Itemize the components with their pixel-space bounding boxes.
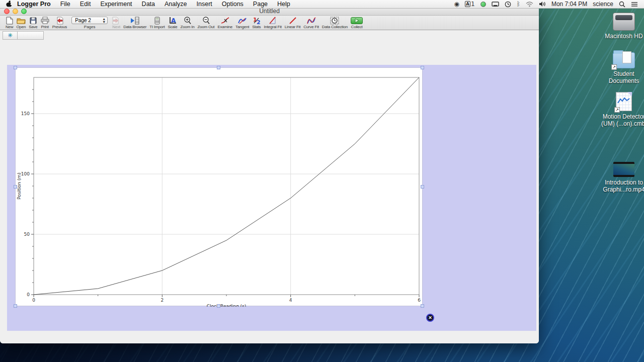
wifi-icon[interactable] [526,2,533,7]
next-page-button[interactable]: Next [112,16,120,29]
x-tick-label: 6 [418,298,421,303]
menu-logger-pro[interactable]: Logger Pro [17,1,51,8]
integral-fit-icon [269,16,277,25]
record-icon[interactable]: ◉ [454,1,459,8]
desktop-icon-macintosh-hd[interactable]: Macintosh HD [600,13,644,40]
apple-menu[interactable] [0,1,17,8]
desktop-icon-label: Macintosh HD [605,33,642,40]
resize-handle-bottom-center[interactable] [217,304,220,308]
menu-experiment[interactable]: Experiment [100,1,132,8]
position-time-graph[interactable]: 0246050100150Clock Reading (s)Position (… [15,67,423,306]
examine-button[interactable]: Examine [217,16,232,29]
resize-handle-top-right[interactable] [421,66,424,69]
resize-handle-mid-left[interactable] [14,185,17,189]
pages-dropdown[interactable]: Page 2 ▲▼ [71,17,108,24]
desktop-icon-label: Student Documents [600,70,644,84]
new-button[interactable]: New [6,16,13,29]
resize-handle-mid-right[interactable] [421,185,424,189]
menu-items: Logger Pro File Edit Experiment Data Ana… [17,1,290,8]
hard-drive-icon [613,13,635,31]
airplay-display-icon[interactable] [492,2,499,7]
time-machine-clock-icon[interactable] [505,1,511,8]
integral-fit-button[interactable]: Integral Fit [264,16,281,29]
plot-frame [34,77,419,295]
alias-arrow-icon: ↗ [611,64,617,70]
green-status-icon[interactable] [480,2,486,7]
x-tick-label: 0 [32,298,35,303]
y-tick-label: 150 [21,111,30,116]
pages-group: Page 2 ▲▼ Pages [71,16,108,29]
collect-play-icon [351,16,363,25]
menu-options[interactable]: Options [222,1,244,8]
menu-page[interactable]: Page [253,1,268,8]
menu-file[interactable]: File [60,1,70,8]
menu-user[interactable]: science [593,1,613,8]
folder-icon: ↗ [613,52,635,68]
menu-clock[interactable]: Mon 7:04 PM [551,1,587,8]
volume-icon[interactable] [539,1,546,7]
resize-handle-bottom-left[interactable] [14,304,17,308]
input-source-icon[interactable]: A 1 [465,1,475,8]
menu-help[interactable]: Help [277,1,290,8]
window-title: Untitled [0,8,539,15]
desktop-icon-intro-video[interactable]: Introduction to Graphi...ro.mp4 [600,162,644,193]
apple-logo-icon [6,1,12,8]
data-collection-clock-icon [330,16,339,25]
stats-icon: 12 [253,16,260,25]
next-page-icon [112,16,120,25]
x-tick-label: 2 [160,298,164,303]
document-page[interactable]: 0246050100150Clock Reading (s)Position (… [7,65,536,331]
menu-data[interactable]: Data [142,1,155,8]
desktop-icon-label: Motion Detector (UM) (...on).cmbl [600,113,644,127]
y-tick-label: 100 [21,171,30,176]
examine-icon [221,16,229,25]
resize-handle-top-left[interactable] [14,66,17,69]
zoom-out-button[interactable]: Zoom Out [197,16,214,29]
ti-import-button[interactable]: TI Import [149,16,165,29]
graph-squiggle-icon [617,97,630,105]
data-collection-button[interactable]: Data Collection [322,16,348,29]
resize-handle-top-center[interactable] [217,66,220,69]
collect-button[interactable]: Collect [351,16,363,29]
menu-edit[interactable]: Edit [80,1,91,8]
bluetooth-icon[interactable]: ᛒ [517,1,520,8]
menu-insert[interactable]: Insert [197,1,212,8]
tangent-icon [238,16,247,25]
new-page-icon [6,16,13,25]
data-browser-icon [130,16,139,25]
desktop-icon-motion-detector-cmbl[interactable]: ↗ Motion Detector (UM) (...on).cmbl [600,92,644,127]
previous-page-icon [55,16,63,25]
tangent-button[interactable]: Tangent [235,16,249,29]
delete-object-badge[interactable]: ✕ [426,314,434,322]
stats-button[interactable]: 12 Stats [252,16,261,29]
curve-fit-button[interactable]: Curve Fit [303,16,319,29]
zoom-in-icon [184,16,191,25]
svg-text:A: A [171,17,176,24]
starburst-tool-button[interactable]: ✳ [3,31,18,40]
scale-button[interactable]: A Scale [168,16,177,29]
linear-fit-button[interactable]: Linear Fit [285,16,300,29]
calculator-icon [154,16,160,25]
toolbar: New Open Save Print Previous Page 2 ▲▼ P… [0,16,539,30]
notification-center-icon[interactable] [631,2,638,7]
linear-fit-icon [289,16,297,25]
data-browser-button[interactable]: Data Browser [123,16,146,29]
chart-canvas: 0246050100150Clock Reading (s)Position (… [16,68,423,307]
zoom-in-button[interactable]: Zoom In [180,16,194,29]
starburst-icon: ✳ [8,32,12,39]
open-button[interactable]: Open [16,16,26,29]
y-tick-label: 50 [24,232,30,237]
x-axis-label: Clock Reading (s) [207,304,246,307]
print-button[interactable]: Print [41,16,49,29]
desktop-icon-student-documents[interactable]: ↗ Student Documents [600,49,644,84]
spotlight-icon[interactable] [619,1,625,8]
window-content: ✳ 0246050100150Clock Reading (s)Position… [0,30,539,343]
curve-fit-icon [307,16,316,25]
save-button[interactable]: Save [29,16,37,29]
previous-page-button[interactable]: Previous [52,16,67,29]
resize-handle-bottom-right[interactable] [421,304,424,308]
document-page-icon [622,51,631,63]
palette-blank-button[interactable] [18,31,44,40]
menu-analyze[interactable]: Analyze [165,1,187,8]
menu-status-area: ◉ A 1 ᛒ Mon 7:04 PM science [454,1,644,8]
